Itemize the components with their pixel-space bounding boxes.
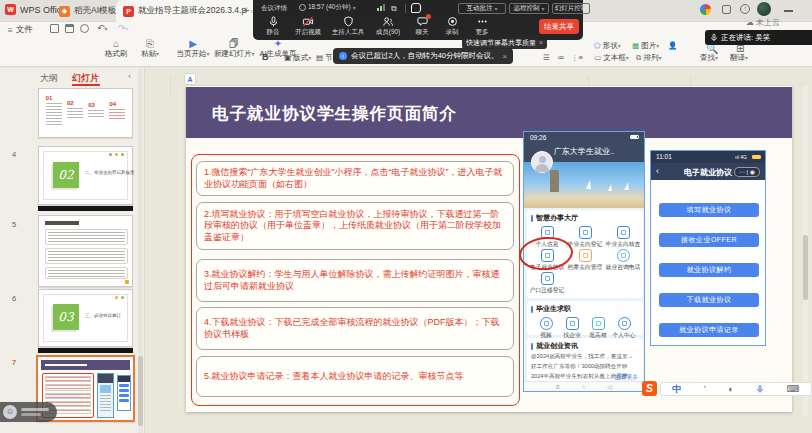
sogou-ime-logo[interactable]: S [642,381,657,396]
app-item-hotline[interactable]: 就业咨询电话 [604,247,642,270]
picture-button[interactable]: ▦ 图片▾ [632,41,659,51]
annotate-button[interactable]: 互动批注▾ [458,3,506,14]
slide-thumbnail-6[interactable]: 03 三、就业协议签订 [38,289,133,347]
sidebar-scrollbar-thumb[interactable] [138,356,143,426]
find-button[interactable]: 查找▾ [700,53,718,63]
cloud-status[interactable]: ☁ 未上云 [746,17,780,28]
main-scrollbar-thumb[interactable] [803,235,808,300]
slide-thumbnail-4[interactable]: 02 二、毕业去向登记及核查 [38,146,133,205]
more-button[interactable]: 更多 [469,16,495,37]
ime-punctuation-icon[interactable]: ’ [704,384,706,394]
fill-agreement-button[interactable]: 填写就业协议 [659,203,759,217]
preview-icon[interactable] [80,24,89,33]
tab-docer-template[interactable]: ◆ 稻壳AI模板 [52,0,123,22]
slide-control-button[interactable]: 幻灯片控制 [552,3,590,14]
tab-label: 稻壳AI模板 [74,5,116,17]
remote-control-button[interactable]: 远程控制▾ [509,3,549,14]
app-item-grad-destination[interactable]: 毕业去向登记 [566,224,604,247]
paste-button[interactable]: ⎘ 粘贴▾ [136,39,164,59]
host-tools-button[interactable]: 主持人工具 [329,16,367,37]
collapse-panel-icon[interactable]: ‹ [128,71,131,81]
ime-toolbar: 中 ’ ◐ ⌨ [660,382,812,396]
tab-outline[interactable]: 大纲 [40,72,58,85]
app-item-profile[interactable]: 个人中心 [611,315,637,338]
undo-icon[interactable]: ↶▾ [97,23,108,33]
slide-thumbnail-agenda[interactable]: 01 02 03 04 [38,88,133,138]
bold-button[interactable]: B [262,52,269,62]
end-share-button[interactable]: 结束共享 [539,19,579,34]
share-screen-icon[interactable]: ⧉ [391,4,397,14]
format-painter-button[interactable]: ⌂ 格式刷 [100,39,132,59]
main-scrollbar-track[interactable] [803,86,808,416]
mute-button[interactable]: 静音 [259,16,287,37]
person-placeholder-icon[interactable]: 👤 [668,41,677,50]
sidebar-scrollbar-track[interactable] [138,68,143,433]
textbox-button[interactable]: ▭ 文本框▾ [594,53,629,63]
recent-apps-icon[interactable]: ≡ [556,384,560,390]
speaking-indicator: 正在讲话: 吴笑 [705,30,812,45]
back-chevron-icon[interactable]: ‹ [656,166,659,176]
receive-offer-button[interactable]: 接收企业OFFER [659,233,759,247]
docer-tab-icon: ◆ [59,6,70,17]
ime-halfwidth-icon[interactable]: ◐ [728,384,733,394]
mini-phone-header [98,374,113,383]
translate-button[interactable]: 翻译▾ [730,53,748,63]
layout-button[interactable]: ▣ 版式▾ [284,53,311,63]
ime-voice-icon[interactable] [756,384,764,394]
person-icon [618,317,631,330]
save-icon[interactable] [50,24,59,33]
app-item-campus[interactable]: 逛高校 [585,315,611,338]
phone2-statusbar: 11:01 ııl 4G [651,151,765,163]
browser-icon[interactable] [700,4,711,15]
back-icon[interactable]: ◁ [607,383,612,390]
new-tab-button[interactable]: + [243,4,249,16]
ai-generate-icon: ✦ [258,39,298,49]
play-from-page-button[interactable]: ▶ 当页开始▾ [176,39,210,59]
slide-thumbnail-5[interactable] [38,215,133,287]
app-item-video[interactable]: 视频 [533,315,559,338]
upload-icon[interactable]: ↑ [740,4,750,14]
slide-title-band: 电子就业协议学生操作页面简介 [186,87,792,138]
print-icon[interactable] [65,24,74,33]
meeting-details-button[interactable]: 会议详情 [261,4,287,13]
network-signal-icon[interactable] [377,4,385,11]
chat-button[interactable]: 聊天 [409,16,435,37]
assistant-toast[interactable]: ☺ [0,402,57,422]
numbered-list-icon[interactable]: ≔ [557,53,565,62]
news-row[interactable]: @2024届高校毕业生，找工作，看这里→10:31 [527,351,643,361]
application-records-button[interactable]: 就业协议申请记录 [659,323,759,337]
new-slide-button[interactable]: 🗍 新建幻灯片▾ [214,39,254,59]
terminate-agreement-button[interactable]: 就业协议解约 [659,263,759,277]
app-item-companies[interactable]: 找企业 [559,315,585,338]
see-more-link[interactable]: 查看更多 [615,373,638,381]
mini-phone-header [118,376,130,382]
notice-close-icon[interactable]: × [503,52,508,61]
camera-button[interactable]: 开启视频 [291,16,325,37]
news-row[interactable]: 好工作在广东等你！3000场招聘会开锣03:38 [527,361,643,371]
app-item-grad-check[interactable]: 毕业去向核查 [604,224,642,247]
user-avatar[interactable] [757,2,771,16]
tab-slides-underline [72,84,100,86]
minimize-icon[interactable] [784,10,793,12]
ai-beautify-icon[interactable]: A [184,73,196,85]
workspace-icon[interactable] [722,5,731,14]
shapes-button[interactable]: ⬠ 形状▾ [594,41,621,51]
download-agreement-button[interactable]: 下载就业协议 [659,293,759,307]
indent-icon[interactable]: ⋮≡ [571,53,583,62]
meeting-app-logo [411,3,421,13]
record-button[interactable]: 录制 [439,16,465,37]
meeting-timer[interactable]: 18:57 (40分钟)▾ [299,3,356,12]
ime-chinese-mode[interactable]: 中 [672,383,681,396]
members-button[interactable]: 成员(90) [371,16,405,37]
arrange-button[interactable]: ⧉ 排列▾ [636,53,661,63]
home-icon[interactable]: ○ [582,384,586,390]
app-item-household[interactable]: 户口迁移登记 [528,270,566,293]
bullet-list-icon[interactable]: ☰ [543,53,550,62]
redo-icon[interactable]: ↷▾ [118,23,129,33]
miniprogram-menu-capsule[interactable]: ⋯ | ◉ [734,167,760,177]
ime-keyboard-icon[interactable]: ⌨ [787,384,800,394]
section-header: 智慧办事大厅 [527,210,643,224]
tooltip-close-icon[interactable]: × [539,39,543,46]
file-menu[interactable]: ≡ 文件 [8,24,33,36]
dot-decoration [125,280,129,284]
